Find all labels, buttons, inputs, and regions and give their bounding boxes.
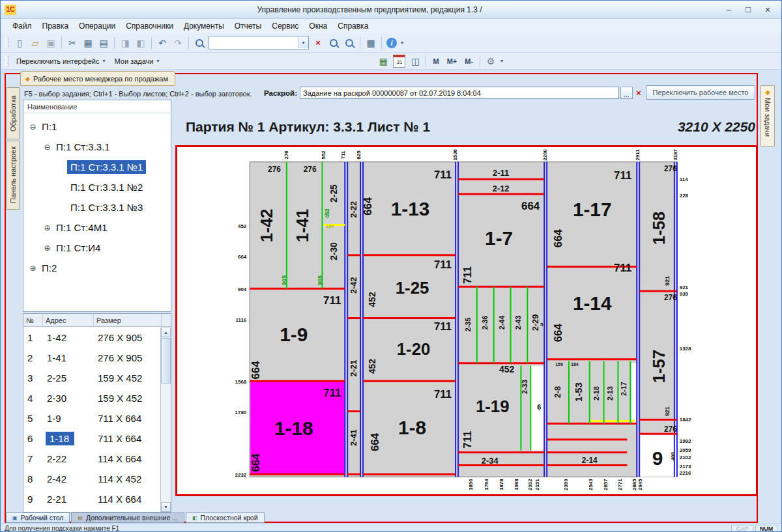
table-cell[interactable]: 3 [23,372,43,384]
tab-desktop[interactable]: ▣Рабочий стол [6,512,70,523]
table-row[interactable]: 92-21114 X 664 [23,489,160,509]
table-cell[interactable]: 114 X 664 [94,494,160,505]
find-settings-icon[interactable] [342,36,356,50]
scroll-thumb[interactable] [161,338,171,384]
table-cell[interactable]: 159 X 452 [94,393,160,404]
table-row[interactable]: 11-42276 X 905 [23,328,160,348]
table-cell[interactable]: 2-42 [43,473,94,484]
compare-icon[interactable]: ◨ [118,36,132,50]
table-cell[interactable]: 2-25 [43,372,94,384]
tab-additional-external[interactable]: ▤Дополнительные внешние ... [71,512,184,523]
new-document-icon[interactable]: ▯ [12,36,27,50]
tree-item[interactable]: ⊖П:1 [23,117,171,137]
table-cell[interactable]: 5 [23,413,43,424]
table-row[interactable]: 82-42114 X 452 [23,469,160,489]
table-cell[interactable]: 1-42 [43,332,94,343]
table-cell[interactable]: 1-41 [43,352,94,363]
menu-item[interactable]: Файл [7,20,37,32]
table-scrollbar[interactable]: ▲ ▼ [160,328,171,512]
tree-item[interactable]: П:1 Ст:3.3.1 №1 [23,157,171,177]
table-cell[interactable]: 7 [23,453,43,464]
workspace-tab[interactable]: ◆ Рабочее место менеджера по продажам [20,71,175,86]
side-tab-processing[interactable]: Обработка [7,87,20,139]
m-plus-button[interactable]: M+ [443,57,461,65]
table-row[interactable]: 51-9711 X 664 [23,408,160,428]
find-next-icon[interactable] [326,36,341,50]
calendar-icon[interactable]: 31 [393,55,405,68]
copy-icon[interactable]: ▦ [81,36,95,50]
menu-item[interactable]: Документы [179,20,229,32]
minimize-button[interactable]: – [719,3,738,16]
clear-search-icon[interactable]: × [311,36,325,50]
menu-item[interactable]: Сервис [267,20,304,32]
side-tab-my-tasks[interactable]: ◆ Мои задачи [760,85,775,147]
table-row[interactable]: 61-18711 X 664 [23,428,160,449]
info-dropdown-icon[interactable]: ▾ [401,40,403,46]
toolbar-grip[interactable] [5,38,8,48]
side-tab-settings-panel[interactable]: Панель настроек [7,141,20,210]
my-tasks-button[interactable]: Мои задачи▾ [110,54,164,68]
column-header[interactable]: № [23,314,43,326]
table-cell[interactable]: 2-22 [43,453,94,464]
users-icon[interactable]: ◫ [408,54,422,68]
open-icon[interactable]: ▱ [28,36,42,50]
column-header[interactable]: Размер [94,314,162,326]
table-cell[interactable]: 2 [23,352,43,363]
tree-item[interactable]: ⊖П:1 Ст:3.3.1 [23,137,171,157]
table-cell[interactable]: 2-21 [43,494,94,505]
menu-item[interactable]: Правка [37,20,74,32]
table-cell[interactable]: 276 X 905 [94,352,160,363]
table-cell[interactable]: 1-18 [43,433,94,444]
cutting-diagram[interactable]: 2765527118251536220029113187452664904111… [175,145,758,496]
windows-list-icon[interactable]: ▩ [364,36,378,50]
table-cell[interactable]: 1-9 [43,413,94,424]
tree-expander-icon[interactable]: ⊖ [27,122,38,132]
menu-item[interactable]: Операции [74,20,121,32]
raskroy-select-button[interactable]: ... [620,87,633,99]
print-preview-icon[interactable]: ◧ [134,36,148,50]
tree-expander-icon[interactable]: ⊕ [42,244,53,253]
table-cell[interactable]: 276 X 905 [94,332,160,343]
menu-item[interactable]: Окна [304,20,332,32]
info-icon[interactable]: i [386,38,397,48]
raskroy-field[interactable]: Задание на раскрой 000000087 от 02.07.20… [300,87,619,99]
close-button[interactable]: × [758,3,777,16]
m-minus-button[interactable]: M- [461,57,477,65]
menu-item[interactable]: Справочники [121,20,179,32]
undo-icon[interactable]: ↶ [155,36,169,50]
scroll-up-icon[interactable]: ▲ [161,328,171,337]
column-header[interactable]: Адрес [43,314,94,326]
tree-expander-icon[interactable]: ⊕ [27,264,38,273]
table-cell[interactable]: 2-30 [43,393,94,404]
table-cell[interactable]: 9 [23,494,43,505]
table-row[interactable]: 32-25159 X 452 [23,368,160,388]
maximize-button[interactable]: □ [738,3,758,16]
table-row[interactable]: 72-22114 X 664 [23,449,160,469]
service-dropdown-icon[interactable]: ▾ [500,58,503,64]
redo-icon[interactable]: ↷ [171,36,185,50]
table-cell[interactable]: 4 [23,393,43,404]
service-icon[interactable]: ⚙ [484,54,498,68]
title-bar[interactable]: 1С Управление производственным предприят… [1,1,781,19]
paste-icon[interactable]: ▤ [96,36,111,50]
save-icon[interactable]: ▣ [44,36,58,50]
m-button[interactable]: M [429,57,442,65]
toolbar-grip[interactable] [5,56,8,66]
menu-item[interactable]: Справка [332,20,373,32]
switch-interface-button[interactable]: Переключить интерфейс▾ [12,54,110,68]
tab-flat-cutting[interactable]: ◧Плоскостной крой [186,512,265,523]
table-row[interactable]: 42-30159 X 452 [23,388,160,408]
tree-item[interactable]: ⊕П:1 Ст:4М1 [23,217,171,238]
search-input-combo[interactable]: ▾ [209,36,309,49]
table-cell[interactable]: 114 X 452 [94,473,160,484]
tree-item[interactable]: П:1 Ст:3.3.1 №3 [23,197,171,217]
tree-expander-icon[interactable]: ⊖ [42,143,53,152]
search-icon[interactable] [192,36,207,50]
tree-item[interactable]: ⊕П:2 [23,258,171,278]
menu-item[interactable]: Отчеты [229,20,267,32]
cut-icon[interactable]: ✂ [65,36,80,50]
tree-item[interactable]: П:1 Ст:3.3.1 №2 [23,177,171,197]
search-input[interactable] [209,39,298,47]
table-cell[interactable]: 1 [23,332,43,343]
table-cell[interactable]: 8 [23,473,43,484]
